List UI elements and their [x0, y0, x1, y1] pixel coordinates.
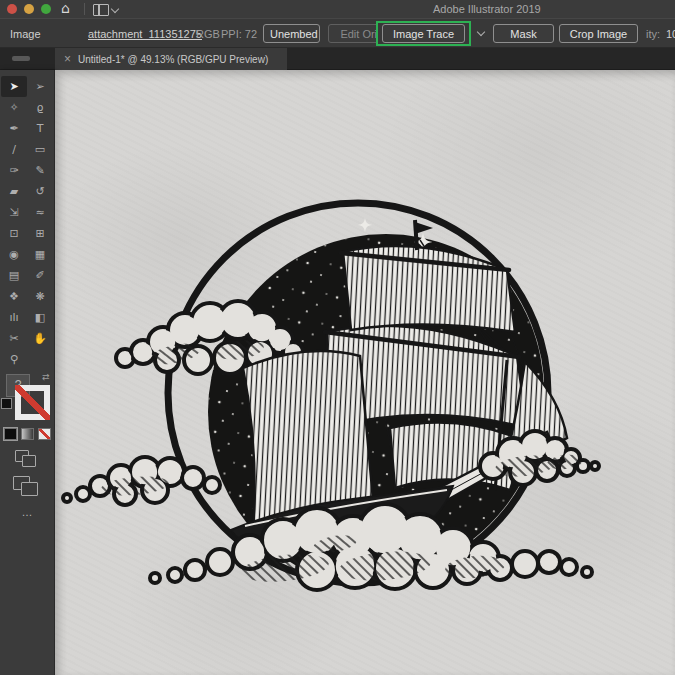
eyedropper-tool[interactable]: ✐ [27, 265, 53, 286]
opacity-label-fragment: ity: [646, 28, 660, 40]
document-tab-bar: × Untitled-1* @ 49.13% (RGB/GPU Preview) [0, 48, 675, 70]
mask-button[interactable]: Mask [493, 24, 554, 43]
blend-tool[interactable]: ❖ [1, 286, 27, 307]
default-swatches-icon[interactable] [1, 398, 12, 409]
color-mode-button[interactable] [4, 428, 17, 440]
zoom-window-button[interactable] [41, 4, 51, 14]
close-window-button[interactable] [7, 4, 17, 14]
eraser-tool[interactable]: ▰ [1, 181, 27, 202]
context-label: Image [10, 28, 41, 40]
unembed-button[interactable]: Unembed [263, 24, 320, 43]
hand-tool[interactable]: ✋ [27, 328, 53, 349]
stroke-swatch-none[interactable] [15, 385, 50, 420]
minimize-window-button[interactable] [24, 4, 34, 14]
fill-stroke-swatches: ? ⇄ … [0, 374, 55, 584]
app-title: Adobe Illustrator 2019 [433, 3, 541, 15]
gradient-tool[interactable]: ▤ [1, 265, 27, 286]
edit-original-button[interactable]: Edit Origi [328, 24, 376, 43]
symbol-sprayer-tool[interactable]: ❋ [27, 286, 53, 307]
titlebar: ⌂ Adobe Illustrator 2019 [0, 0, 675, 19]
control-bar: Image attachment_111351275 RGB PPI: 72 U… [0, 18, 675, 48]
placed-image-artwork[interactable] [55, 70, 675, 675]
pen-tool[interactable]: ✒ [1, 118, 27, 139]
none-mode-button[interactable] [38, 428, 51, 440]
tools-grid: ➤➢✧ϱ✒T∕▭✑✎▰↺⇲≈⊡⊞◉▦▤✐❖❋ılı◧✂✋⚲ [1, 76, 53, 370]
close-tab-icon[interactable]: × [64, 53, 71, 65]
image-trace-button[interactable]: Image Trace [382, 24, 465, 43]
selection-tool[interactable]: ➤ [1, 76, 27, 97]
workspace-switcher-icon[interactable] [93, 4, 109, 16]
screen-mode-icon[interactable] [13, 476, 41, 496]
image-trace-highlight: Image Trace [376, 21, 471, 46]
puppet-warp-tool[interactable]: ◉ [1, 244, 27, 265]
panel-grip[interactable] [12, 56, 30, 61]
gradient-mode-button[interactable] [21, 428, 34, 440]
tools-panel: ➤➢✧ϱ✒T∕▭✑✎▰↺⇲≈⊡⊞◉▦▤✐❖❋ılı◧✂✋⚲ ? ⇄ … [0, 70, 55, 675]
swap-fill-stroke-icon[interactable]: ⇄ [42, 372, 50, 382]
image-trace-preset-chevron-icon[interactable] [477, 28, 485, 36]
free-transform-tool[interactable]: ⊡ [1, 223, 27, 244]
lasso-tool[interactable]: ϱ [27, 97, 53, 118]
titlebar-divider [84, 3, 85, 15]
edit-original-clip: Edit Origi [328, 19, 376, 49]
drawing-modes-icon[interactable] [15, 450, 39, 468]
magic-wand-tool[interactable]: ✧ [1, 97, 27, 118]
chevron-down-icon[interactable] [111, 5, 119, 13]
artboard-tool[interactable]: ◧ [27, 307, 53, 328]
scale-tool[interactable]: ⇲ [1, 202, 27, 223]
linked-file-name[interactable]: attachment_111351275 [88, 28, 202, 40]
document-tab-title: Untitled-1* @ 49.13% (RGB/GPU Preview) [78, 54, 268, 65]
opacity-value-fragment[interactable]: 10 [666, 28, 675, 40]
perspective-grid-tool[interactable]: ▦ [27, 244, 53, 265]
illustrator-window: { "titlebar": { "app_title": "Adobe Illu… [0, 0, 675, 675]
rectangle-tool[interactable]: ▭ [27, 139, 53, 160]
shaper-tool[interactable]: ✎ [27, 160, 53, 181]
color-mode-label: RGB [196, 28, 220, 40]
edit-toolbar-ellipsis[interactable]: … [0, 506, 55, 518]
home-icon[interactable]: ⌂ [61, 0, 70, 16]
width-tool[interactable]: ≈ [27, 202, 53, 223]
document-tab[interactable]: × Untitled-1* @ 49.13% (RGB/GPU Preview) [55, 48, 287, 70]
line-segment-tool[interactable]: ∕ [1, 139, 27, 160]
zoom-tool[interactable]: ⚲ [1, 349, 27, 370]
shape-builder-tool[interactable]: ⊞ [27, 223, 53, 244]
rotate-tool[interactable]: ↺ [27, 181, 53, 202]
crop-image-button[interactable]: Crop Image [559, 24, 638, 43]
column-graph-tool[interactable]: ılı [1, 307, 27, 328]
paintbrush-tool[interactable]: ✑ [1, 160, 27, 181]
direct-selection-tool[interactable]: ➢ [27, 76, 53, 97]
type-tool[interactable]: T [27, 118, 53, 139]
canvas[interactable] [55, 70, 675, 675]
slice-tool[interactable]: ✂ [1, 328, 27, 349]
ppi-label: PPI: 72 [221, 28, 257, 40]
